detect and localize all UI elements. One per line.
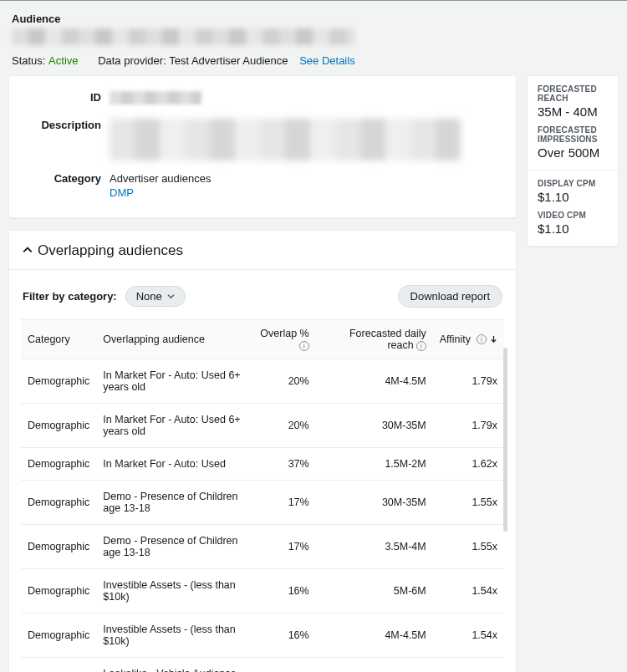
cell-affinity: 1.52x (433, 658, 504, 673)
see-details-link[interactable]: See Details (299, 54, 354, 67)
cell-overlap: 37% (249, 448, 316, 481)
cell-audience: Demo - Presence of Children age 13-18 (96, 481, 248, 525)
status-value: Active (48, 54, 78, 67)
cell-audience: Demo - Presence of Children age 13-18 (96, 525, 248, 569)
cell-audience: In Market For - Auto: Used 6+ years old (96, 404, 248, 448)
cell-affinity: 1.79x (433, 404, 504, 448)
overlap-title: Overlapping audiences (38, 242, 183, 259)
forecast-reach-label: FORECASTED REACH (538, 84, 608, 103)
cell-affinity: 1.54x (433, 569, 504, 613)
cell-audience: Investible Assets - (less than $10k) (96, 613, 248, 658)
cell-overlap: 21% (249, 658, 316, 673)
col-overlap[interactable]: Overlap %i (249, 320, 316, 359)
info-icon: i (416, 341, 426, 351)
provider-value: Test Advertiser Audience (169, 54, 288, 67)
cell-category: Demographic (21, 359, 96, 404)
cell-overlap: 20% (249, 359, 316, 404)
cell-audience: In Market For - Auto: Used (96, 448, 248, 481)
cell-affinity: 1.79x (433, 359, 504, 404)
cell-category: Demographic (21, 404, 96, 448)
video-cpm-label: VIDEO CPM (538, 211, 608, 220)
cell-overlap: 16% (249, 569, 316, 613)
cell-category: Demographic (21, 481, 96, 525)
cell-overlap: 20% (249, 404, 316, 448)
table-row[interactable]: DemographicInvestible Assets - (less tha… (21, 569, 504, 613)
cell-category: Demographic (21, 448, 96, 481)
info-icon: i (477, 334, 487, 344)
cell-reach: 5M-6M (316, 569, 433, 613)
table-row[interactable]: DemographicIn Market For - Auto: Used 6+… (21, 359, 504, 404)
col-category[interactable]: Category (21, 320, 96, 359)
cell-audience: In Market For - Auto: Used 6+ years old (96, 359, 248, 404)
cell-overlap: 17% (249, 525, 316, 569)
cell-category: Demographic (21, 569, 96, 613)
table-row[interactable]: LookalikeLookalike - Vehicle Audience- C… (21, 658, 504, 673)
overlap-table: Category Overlapping audience Overlap %i… (21, 319, 504, 672)
cell-reach: 4M-4.5M (316, 613, 433, 658)
cell-affinity: 1.55x (433, 525, 504, 569)
download-report-button[interactable]: Download report (398, 285, 502, 308)
display-cpm-label: DISPLAY CPM (538, 179, 608, 188)
table-row[interactable]: DemographicIn Market For - Auto: Used37%… (21, 448, 504, 481)
cell-affinity: 1.54x (433, 613, 504, 658)
cell-affinity: 1.62x (433, 448, 504, 481)
filter-label: Filter by category: (23, 290, 117, 303)
cell-category: Demographic (21, 613, 96, 658)
forecast-reach-value: 35M - 40M (538, 104, 608, 119)
status-label: Status: (12, 54, 45, 67)
forecast-impr-label: FORECASTED IMPRESSIONS (538, 125, 608, 144)
cell-category: Demographic (21, 525, 96, 569)
audience-info-card: ID Description Category Advertiser audie… (8, 75, 517, 218)
id-label: ID (26, 91, 110, 104)
forecast-impr-value: Over 500M (538, 145, 608, 160)
category-label: Category (26, 172, 110, 185)
cell-overlap: 16% (249, 613, 316, 658)
info-icon: i (299, 341, 309, 351)
cell-reach: 1.5M-2M (316, 448, 433, 481)
sort-desc-icon (490, 333, 497, 345)
category-value: Advertiser audiences (110, 172, 499, 185)
cell-audience: Investible Assets - (less than $10k) (96, 569, 248, 613)
cell-reach: 30M-35M (316, 658, 433, 673)
audience-label: Audience (12, 13, 615, 25)
overlapping-audiences-card: Overlapping audiences Filter by category… (8, 230, 517, 672)
filter-category-dropdown[interactable]: None (125, 286, 186, 307)
cell-overlap: 17% (249, 481, 316, 525)
table-row[interactable]: DemographicInvestible Assets - (less tha… (21, 613, 504, 658)
forecast-card: FORECASTED REACH 35M - 40M FORECASTED IM… (527, 75, 619, 247)
col-reach[interactable]: Forecasted daily reachi (316, 320, 433, 359)
description-label: Description (26, 119, 110, 131)
description-redacted (110, 119, 461, 160)
cell-reach: 30M-35M (316, 481, 433, 525)
scrollbar[interactable] (503, 348, 507, 532)
cell-audience: Lookalike - Vehicle Audience- Cadillac S… (96, 658, 248, 673)
table-row[interactable]: DemographicDemo - Presence of Children a… (21, 525, 504, 569)
col-affinity[interactable]: Affinity i (433, 320, 504, 359)
cell-reach: 4M-4.5M (316, 359, 433, 404)
cell-category: Lookalike (21, 658, 96, 673)
provider-label: Data provider: (98, 54, 166, 67)
chevron-down-icon (167, 290, 175, 303)
video-cpm-value: $1.10 (538, 221, 608, 236)
col-audience[interactable]: Overlapping audience (96, 320, 248, 359)
id-redacted (110, 91, 201, 104)
chevron-up-icon (23, 242, 33, 259)
table-row[interactable]: DemographicIn Market For - Auto: Used 6+… (21, 404, 504, 448)
cell-reach: 3.5M-4M (316, 525, 433, 569)
cell-reach: 30M-35M (316, 404, 433, 448)
display-cpm-value: $1.10 (538, 190, 608, 204)
table-row[interactable]: DemographicDemo - Presence of Children a… (21, 481, 504, 525)
cell-affinity: 1.55x (433, 481, 504, 525)
overlap-section-header[interactable]: Overlapping audiences (9, 231, 516, 270)
category-sub-link[interactable]: DMP (110, 186, 499, 199)
filter-value: None (136, 290, 162, 303)
audience-name-redacted (12, 28, 354, 45)
